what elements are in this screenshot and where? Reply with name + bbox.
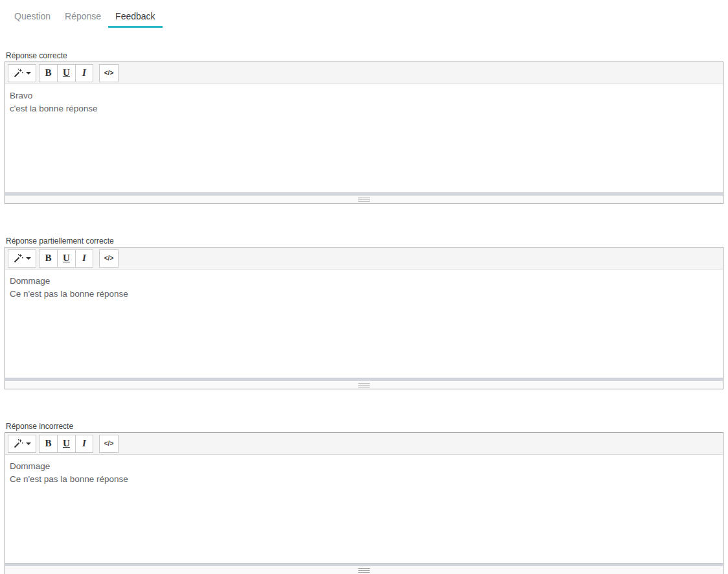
code-view-button[interactable]: </> — [99, 249, 119, 268]
format-wand-dropdown-button[interactable] — [8, 435, 36, 453]
editor-label: Réponse incorrecte — [6, 422, 723, 431]
editor-text-line: Dommage — [10, 460, 718, 473]
editor-toolbar: B U I </> — [5, 62, 723, 84]
code-view-button[interactable]: </> — [99, 435, 119, 453]
italic-button[interactable]: I — [75, 249, 93, 268]
editor-statusbar — [5, 566, 723, 574]
editor-content-area[interactable]: Dommage Ce n'est pas la bonne réponse — [5, 455, 723, 563]
caret-down-icon — [26, 72, 31, 75]
editor-statusbar — [5, 381, 723, 389]
caret-down-icon — [26, 257, 31, 260]
editor-label: Réponse correcte — [6, 51, 723, 60]
magic-wand-icon — [13, 439, 23, 449]
caret-down-icon — [26, 442, 31, 445]
underline-button[interactable]: U — [57, 435, 75, 453]
bold-button[interactable]: B — [39, 64, 57, 82]
editor-toolbar: B U I </> — [5, 247, 723, 270]
resize-grip-icon[interactable] — [358, 383, 370, 387]
editor-content-area[interactable]: Bravo c'est la bonne réponse — [5, 84, 723, 192]
format-wand-dropdown-button[interactable] — [8, 64, 36, 82]
code-view-button[interactable]: </> — [99, 64, 119, 82]
incorrect-answer-section: Réponse incorrecte B U — [5, 422, 723, 574]
format-wand-dropdown-button[interactable] — [8, 249, 36, 268]
editor-statusbar — [5, 196, 723, 203]
resize-grip-icon[interactable] — [358, 198, 370, 202]
magic-wand-icon — [13, 253, 23, 264]
editor-content-area[interactable]: Dommage Ce n'est pas la bonne réponse — [5, 270, 723, 378]
tab-question[interactable]: Question — [7, 6, 58, 28]
format-button-group: B U I — [39, 249, 93, 268]
format-button-group: B U I — [39, 435, 93, 453]
italic-button[interactable]: I — [75, 64, 93, 82]
feedback-page: Question Réponse Feedback Réponse correc… — [0, 0, 728, 574]
rich-text-editor-incorrect: B U I </> Dommage Ce n'est pas la bonne … — [5, 432, 723, 574]
partially-correct-answer-section: Réponse partiellement correcte B — [5, 236, 723, 389]
rich-text-editor-correct: B U I </> Bravo c'est la bonne réponse — [5, 62, 723, 204]
bold-button[interactable]: B — [39, 435, 57, 453]
rich-text-editor-partial: B U I </> Dommage Ce n'est pas la bonne … — [5, 247, 723, 389]
tab-reponse[interactable]: Réponse — [58, 6, 108, 28]
underline-button[interactable]: U — [57, 249, 75, 268]
italic-button[interactable]: I — [75, 435, 93, 453]
editor-text-line: Ce n'est pas la bonne réponse — [10, 288, 718, 301]
magic-wand-icon — [13, 68, 23, 78]
editor-label: Réponse partiellement correcte — [6, 236, 723, 246]
editor-text-line: Dommage — [10, 275, 718, 288]
underline-button[interactable]: U — [57, 64, 75, 82]
tab-bar: Question Réponse Feedback — [7, 0, 723, 28]
tab-feedback[interactable]: Feedback — [108, 6, 162, 28]
editor-toolbar: B U I </> — [5, 433, 723, 455]
editor-text-line: c'est la bonne réponse — [10, 102, 718, 115]
editor-text-line: Bravo — [10, 89, 718, 102]
editor-text-line: Ce n'est pas la bonne réponse — [10, 473, 718, 486]
correct-answer-section: Réponse correcte B U — [5, 51, 723, 204]
resize-grip-icon[interactable] — [358, 568, 370, 573]
format-button-group: B U I — [39, 64, 93, 82]
bold-button[interactable]: B — [39, 249, 57, 268]
